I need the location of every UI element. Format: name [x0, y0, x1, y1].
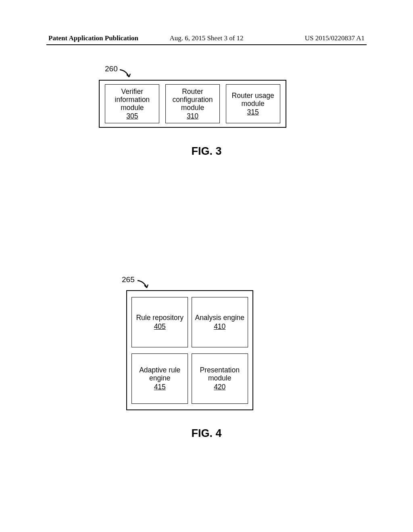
fig3-reference-arrow-icon [119, 69, 139, 81]
header-center-text: Aug. 6, 2015 Sheet 3 of 12 [169, 34, 243, 42]
module-name: Adaptive rule engine [132, 366, 188, 382]
router-configuration-module-box: Router configuration module 310 [165, 84, 220, 123]
header-divider [46, 44, 367, 45]
router-usage-module-box: Router usage module 315 [226, 84, 280, 123]
header-left-text: Patent Application Publication [48, 34, 138, 42]
module-name: Router configuration module [166, 87, 219, 112]
module-name: Presentation module [192, 366, 248, 382]
adaptive-rule-engine-box: Adaptive rule engine 415 [131, 353, 188, 404]
header-right-text: US 2015/0220837 A1 [305, 34, 365, 42]
module-number: 315 [247, 108, 259, 116]
fig4-reference-number: 265 [122, 275, 135, 284]
fig4-caption: FIG. 4 [191, 427, 221, 440]
fig3-caption: FIG. 3 [191, 145, 221, 158]
rule-repository-box: Rule repository 405 [131, 297, 188, 347]
page-header: Patent Application Publication Aug. 6, 2… [0, 34, 413, 42]
module-number: 305 [126, 112, 138, 120]
verifier-information-module-box: Verifier information module 305 [105, 84, 159, 123]
module-number: 310 [187, 112, 198, 120]
module-number: 410 [214, 322, 225, 330]
fig4-container-box: Rule repository 405 Analysis engine 410 … [126, 290, 253, 410]
module-number: 405 [154, 322, 166, 330]
module-number: 415 [154, 383, 166, 391]
presentation-module-box: Presentation module 420 [192, 353, 248, 404]
module-number: 420 [214, 383, 225, 391]
fig3-container-box: Verifier information module 305 Router c… [99, 80, 286, 128]
module-name: Rule repository [136, 314, 184, 322]
analysis-engine-box: Analysis engine 410 [192, 297, 248, 347]
module-name: Verifier information module [105, 87, 159, 112]
fig3-reference-number: 260 [105, 64, 118, 73]
module-name: Analysis engine [195, 314, 244, 322]
module-name: Router usage module [226, 91, 280, 108]
